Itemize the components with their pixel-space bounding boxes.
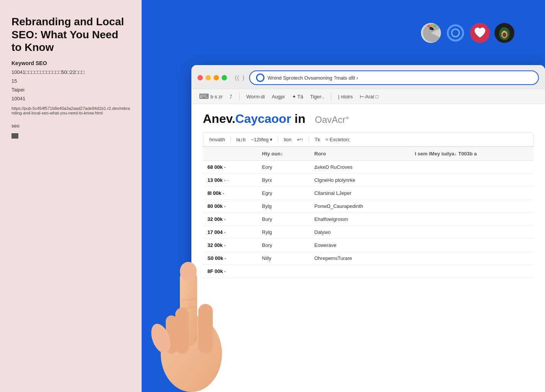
table-row: 13 00k •→ Byrx ClgneHo ptolynrke [203,174,534,187]
table-toolbar-iatb[interactable]: Ia↕b [236,137,246,142]
mac-icons [421,23,514,43]
col-header-isem[interactable]: I sem IMey iudya↓ T003b a [410,147,534,161]
table-toolbar-arrow[interactable]: ↩↑ [297,137,304,142]
volume-value: 13 00k [207,177,223,183]
browser-content: Anev.Caycaoor in OavAcr° hnvalih Ia↕b ~1… [191,104,545,286]
svg-point-7 [452,29,459,37]
volume-value: 8F 00k [207,268,223,274]
maximize-button[interactable] [222,75,227,80]
table-row: 17 004 • Rylg Dalywo [203,226,534,239]
sidebar-zip: 10041 [11,96,130,101]
table-toolbar-12lifeg[interactable]: ~12lifeg ▾ [251,137,273,142]
cell-col3-2: Cllarsinal LJeper [310,187,410,200]
right-area: ⟨⟨ ⟩ Wnind Sprotech Ovsamoning ?mats αΐt… [142,0,545,392]
table-divider-1 [230,136,231,142]
toolbar-aral[interactable]: ⊢·Aral □ [360,94,379,100]
browser-chrome: ⟨⟨ ⟩ Wnind Sprotech Ovsamoning ?mats αΐt… [191,65,545,89]
pacman-icon [421,23,441,43]
sidebar-city: Taipei [11,87,130,93]
toolbar-divider-2 [331,93,331,100]
cell-col2-1: Byrx [258,174,310,187]
cell-col3-8 [310,265,410,278]
toolbar-worm[interactable]: Worm·di [246,94,265,100]
sidebar-title: Rebranding and Local SEO: What You Need … [11,15,130,54]
cell-col2-4: Bury [258,213,310,226]
sidebar-tag-box [11,133,18,139]
table-divider-3 [309,136,309,142]
table-toolbar-tk[interactable]: Tk [315,137,320,142]
table-toolbar-lion[interactable]: lion [284,137,291,142]
svg-point-4 [431,24,433,26]
svg-point-2 [431,28,434,30]
svg-rect-16 [166,315,177,354]
back-button[interactable]: ⟨⟨ [235,74,239,82]
address-circle-icon [256,74,264,82]
volume-value: 68 00k [207,164,223,170]
heart-icon [470,23,490,43]
volume-value: 32 00k [207,216,223,222]
table-toolbar-hnvalih[interactable]: hnvalih [209,137,225,142]
keyboard-icon: ⌨ [199,92,209,101]
svg-point-17 [148,321,174,356]
dot-value: • [223,191,224,196]
table-divider-2 [278,136,278,142]
sidebar-url: https://pub-5c454f571b8e40a3a2aad27ade84… [11,106,130,115]
dot-value: • [224,204,225,209]
sidebar-meta-line2: 15 [11,78,130,84]
svg-point-3 [428,25,430,27]
cell-volume-5: 17 004 • [203,226,258,239]
sidebar: Rebranding and Local SEO: What You Need … [0,0,142,392]
table-toolbar-excietonj[interactable]: ≈ Excieton; [326,137,350,142]
toolbar-augpr[interactable]: Augpr [272,94,285,100]
avocado-icon [494,23,514,43]
heading-part1: Anev. [203,112,235,126]
svg-point-6 [448,25,463,41]
cell-col3-6: Eowerave [310,239,410,252]
cell-col3-7: OhrepemsTurare [310,252,410,265]
address-bar[interactable]: Wnind Sprotech Ovsamoning ?mats αΐtl › [249,70,539,85]
close-button[interactable] [197,75,203,80]
cell-col3-1: ClgneHo ptolynrke [310,174,410,187]
cell-volume-1: 13 00k •→ [203,174,258,187]
cell-volume-8: 8F 00k • [203,265,258,278]
cell-col3-5: Dalywo [310,226,410,239]
cell-volume-2: 8I 00k • [203,187,258,200]
dot-value: • [224,269,226,274]
sidebar-tag-label: seo [11,123,130,129]
toolbar-icon-keyboard[interactable]: ⌨ b s zr [199,92,223,101]
dot-value: • [224,243,225,248]
volume-value: 80 00k [207,203,223,209]
forward-button[interactable]: ⟩ [242,74,245,82]
cell-volume-0: 68 00k • [203,161,258,174]
heading-part2: Caycaoor [235,112,291,126]
toolbar-share-icon[interactable]: ⤴ [230,94,232,100]
table-row: 80 00k • Bylg PonwΩ_Caurapedinth [203,200,534,213]
volume-value: 32 00k [207,242,223,248]
table-row: 68 00k • Eory ΔvkeD RuCroves [203,161,534,174]
col-header-roro[interactable]: Roro [310,147,410,161]
page-heading: Anev.Caycaoor in OavAcr° [203,112,534,126]
toolbar-nloirs[interactable]: | nloirs [338,94,353,100]
table-row: 32 00k • Bory Eowerave [203,239,534,252]
sidebar-meta-line1: 10041□□□□□□□□□□□□50□22□□□ [11,69,130,75]
cell-col2-8 [258,265,310,278]
volume-value: 8I 00k [207,190,221,196]
cell-col2-5: Rylg [258,226,310,239]
cell-volume-3: 80 00k • [203,200,258,213]
toolbar-ta[interactable]: ✦ Tā [292,94,304,100]
minimize-button[interactable] [206,75,211,80]
dot-value: •→ [224,178,230,183]
svg-rect-15 [175,308,189,354]
table-row: 8I 00k • Egry Cllarsinal LJeper [203,187,534,200]
sidebar-keyword-label: Keyword SEO [11,60,130,66]
orange-button[interactable] [214,75,219,80]
toolbar-tiger[interactable]: Tiger·, [310,94,324,100]
svg-point-10 [503,33,506,37]
dot-value: • [224,217,225,222]
cell-col2-7: Nilly [258,252,310,265]
toolbar-divider-1 [239,93,240,100]
table-row: 8F 00k • [203,265,534,278]
cell-volume-4: 32 00k • [203,213,258,226]
col-header-htyoun[interactable]: Hty oun↕ [258,147,310,161]
volume-value: S0 00k [207,255,223,261]
